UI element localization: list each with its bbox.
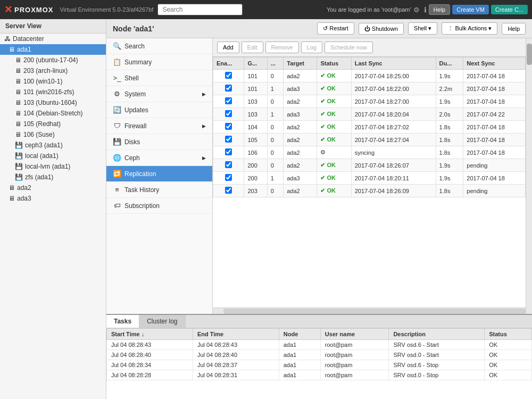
table-row[interactable]: 1030ada2✔ OK2017-07-04 18:27:001.9s2017-…: [213, 95, 526, 108]
bulk-actions-button[interactable]: ⋮ Bulk Actions ▾: [442, 22, 497, 35]
guest-id: 103: [244, 108, 267, 121]
sidebar-item-ada3[interactable]: 🖥ada3: [0, 193, 106, 204]
table-row[interactable]: 1060ada2⚙syncing1.8s2017-07-04 18: [213, 146, 526, 159]
duration-value: 1.9s: [436, 172, 463, 185]
global-search-input[interactable]: [157, 4, 243, 15]
task-row[interactable]: Jul 04 08:28:28Jul 04 08:28:31ada1root@p…: [107, 370, 532, 380]
guest-id: 200: [244, 159, 267, 172]
info-icon[interactable]: ℹ: [424, 6, 427, 14]
table-row[interactable]: 1031ada3✔ OK2017-07-04 18:20:042.0s2017-…: [213, 108, 526, 121]
task-row[interactable]: Jul 04 08:28:40Jul 04 08:28:40ada1root@p…: [107, 350, 532, 360]
remove-button[interactable]: Remove: [265, 41, 299, 53]
enabled-checkbox[interactable]: [225, 72, 232, 79]
bottom-col-header: Start Time ↓: [107, 329, 193, 340]
sidebar-item-ada1[interactable]: 🖥ada1: [0, 44, 106, 55]
table-row[interactable]: 2030ada2✔ OK2017-07-04 18:26:091.8spendi…: [213, 185, 526, 197]
sidebar-item-zfs--ada1-[interactable]: 💾zfs (ada1): [0, 172, 106, 182]
sidebar-item-101--win2016-zfs-[interactable]: 🖥101 (win2016-zfs): [0, 87, 106, 97]
bottom-tab-tasks[interactable]: Tasks: [106, 315, 139, 328]
description: SRV osd.6 - Start: [389, 340, 485, 350]
enabled-checkbox[interactable]: [225, 187, 232, 194]
server-view-header: Server View: [0, 19, 106, 34]
sidebar-item-label: local (ada1): [25, 152, 59, 160]
edit-button[interactable]: Edit: [242, 41, 263, 53]
menu-item-ceph[interactable]: 🌐Ceph▶: [106, 150, 212, 166]
sidebar-item-106--suse-[interactable]: 🖥106 (Suse): [0, 129, 106, 140]
schedule-now-button[interactable]: Schedule now: [325, 41, 373, 53]
enabled-checkbox[interactable]: [225, 148, 232, 155]
node-icon: 🖥: [9, 195, 15, 202]
next-sync-value: pending: [463, 185, 526, 197]
bottom-tab-cluster-log[interactable]: Cluster log: [139, 315, 185, 328]
table-row[interactable]: 2001ada3✔ OK2017-07-04 18:20:111.9s2017-…: [213, 172, 526, 185]
enabled-checkbox[interactable]: [225, 85, 232, 92]
sidebar-item-105--redhat-[interactable]: 🖥105 (Redhat): [0, 119, 106, 129]
task-status: OK: [485, 350, 532, 360]
create-vm-button[interactable]: Create VM: [452, 5, 489, 14]
menu-item-firewall[interactable]: 🛡Firewall▶: [106, 118, 212, 134]
status-value: ✔ OK: [317, 134, 351, 146]
enabled-checkbox[interactable]: [225, 110, 232, 117]
restart-button[interactable]: ↺ Restart: [317, 22, 354, 35]
create-ct-button[interactable]: Create C...: [491, 5, 528, 14]
task-row[interactable]: Jul 04 08:28:34Jul 04 08:28:37ada1root@p…: [107, 360, 532, 370]
log-button[interactable]: Log: [301, 41, 322, 53]
enabled-checkbox[interactable]: [225, 174, 232, 181]
menu-item-system[interactable]: ⚙System▶: [106, 86, 212, 102]
menu-item-disks[interactable]: 💾Disks: [106, 134, 212, 150]
menu-item-summary[interactable]: 📋Summary: [106, 54, 212, 70]
sidebar-item-ceph3--ada1-[interactable]: 💾ceph3 (ada1): [0, 140, 106, 151]
menu-item-search[interactable]: 🔍Search: [106, 38, 212, 54]
menu-item-updates[interactable]: 🔄Updates: [106, 102, 212, 118]
logo-x-icon: ✕: [4, 4, 12, 15]
shutdown-button[interactable]: ⏻ Shutdown: [359, 23, 404, 35]
status-value: ⚙: [317, 146, 351, 159]
sidebar-item-104--debian-stretch-[interactable]: 🖥104 (Debian-Stretch): [0, 108, 106, 119]
data-table-container[interactable]: Ena...G......TargetStatusLast SyncDu...N…: [213, 57, 526, 307]
vertical-scrollbar[interactable]: [526, 38, 532, 314]
bottom-table-container[interactable]: Start Time ↓End TimeNodeUser nameDescrip…: [106, 328, 532, 399]
menu-item-label: Subscription: [124, 202, 160, 210]
menu-item-shell[interactable]: >_Shell: [106, 70, 212, 86]
header-help-button[interactable]: Help: [502, 23, 526, 35]
menu-item-task-history[interactable]: ≡Task History: [106, 182, 212, 198]
sidebar-item-103--ubuntu-1604-[interactable]: 🖥103 (Ubuntu-1604): [0, 97, 106, 108]
target-value: ada2: [284, 70, 317, 82]
enabled-checkbox[interactable]: [225, 123, 232, 130]
horizontal-scrollbar[interactable]: [213, 307, 526, 314]
duration-value: 1.9s: [436, 70, 463, 82]
target-value: ada3: [284, 108, 317, 121]
sidebar-item-ada2[interactable]: 🖥ada2: [0, 182, 106, 193]
sidebar-item-datacenter[interactable]: 🖧Datacenter: [0, 34, 106, 44]
task-row[interactable]: Jul 04 08:28:43Jul 04 08:28:43ada1root@p…: [107, 340, 532, 350]
main-area: Server View 🖧Datacenter🖥ada1🖥200 (ubuntu…: [0, 19, 532, 399]
enabled-checkbox[interactable]: [225, 136, 232, 143]
settings-icon[interactable]: ⚙: [413, 6, 420, 14]
sidebar-item-label: 103 (Ubuntu-1604): [23, 99, 77, 106]
col-header-last-sync: Last Sync: [351, 57, 436, 70]
sidebar-item-200--ubuntu-17-04-[interactable]: 🖥200 (ubuntu-17-04): [0, 55, 106, 65]
table-row[interactable]: 1050ada2✔ OK2017-07-04 18:27:041.8s2017-…: [213, 134, 526, 146]
enabled-checkbox[interactable]: [225, 97, 232, 104]
shell-button[interactable]: Shell ▾: [408, 22, 438, 35]
sidebar-item-100--win10-1-[interactable]: 🖥100 (win10-1): [0, 76, 106, 87]
menu-item-replication[interactable]: 🔁Replication: [106, 166, 212, 182]
table-row[interactable]: 2000ada2✔ OK2017-07-04 18:26:071.9spendi…: [213, 159, 526, 172]
task history-icon: ≡: [113, 186, 121, 194]
menu-item-subscription[interactable]: 🏷Subscription: [106, 198, 212, 214]
sidebar-item-203--arch-linux-[interactable]: 🖥203 (arch-linux): [0, 65, 106, 76]
add-button[interactable]: Add: [217, 41, 239, 53]
table-row[interactable]: 1011ada3✔ OK2017-07-04 18:22:002.2m2017-…: [213, 82, 526, 95]
table-row[interactable]: 1040ada2✔ OK2017-07-04 18:27:021.8s2017-…: [213, 121, 526, 134]
help-button[interactable]: Help: [429, 4, 451, 15]
status-ok-icon: ✔ OK: [320, 98, 336, 104]
disks-icon: 💾: [113, 138, 121, 146]
sidebar-item-local-lvm--ada1-[interactable]: 💾local-lvm (ada1): [0, 161, 106, 172]
logo-text: PROXMOX: [14, 6, 53, 14]
enabled-checkbox[interactable]: [225, 161, 232, 168]
table-row[interactable]: 1010ada2✔ OK2017-07-04 18:25:001.9s2017-…: [213, 70, 526, 82]
sidebar-item-local--ada1-[interactable]: 💾local (ada1): [0, 151, 106, 161]
summary-icon: 📋: [113, 58, 121, 66]
firewall-icon: 🛡: [113, 122, 121, 130]
scrollbar-thumb[interactable]: [527, 44, 532, 65]
